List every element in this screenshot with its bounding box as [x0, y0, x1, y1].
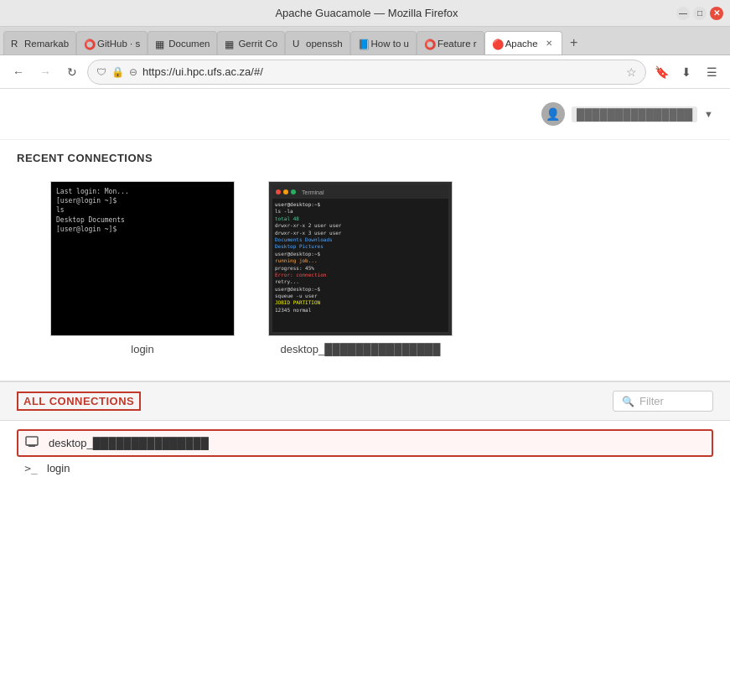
window-title: Apache Guacamole — Mozilla Firefox	[57, 7, 676, 19]
tab-favicon-feature: ⭕	[424, 39, 434, 49]
user-dropdown-icon: ▼	[704, 109, 713, 119]
desktop-icon	[25, 436, 40, 450]
list-item-login-label: login	[47, 462, 70, 474]
connection-thumbnail-desktop: Terminal user@desktop:~$ ls -la total 48…	[268, 181, 453, 336]
tab-favicon-openssh: U	[293, 39, 303, 49]
tab-favicon-documen: ▦	[155, 39, 165, 49]
tab-favicon-remarkab: R	[11, 39, 21, 49]
tab-label-remarkab: Remarkab	[24, 39, 69, 49]
user-name: ███████████████	[572, 106, 697, 122]
bookmarks-button[interactable]: 🔖	[650, 60, 673, 84]
recent-connections-grid: Last login: Mon... [user@login ~]$ ls De…	[0, 173, 730, 381]
reload-button[interactable]: ↻	[60, 60, 84, 84]
tab-label-github: GitHub · s	[97, 39, 140, 49]
recent-connection-login[interactable]: Last login: Mon... [user@login ~]$ ls De…	[50, 181, 235, 355]
connection-label-desktop: desktop_███████████████	[281, 343, 441, 355]
list-item-desktop[interactable]: desktop_███████████████	[17, 429, 713, 457]
forward-button[interactable]: →	[34, 60, 57, 84]
recent-connection-desktop[interactable]: Terminal user@desktop:~$ ls -la total 48…	[268, 181, 453, 355]
user-avatar-icon: 👤	[541, 102, 565, 126]
tab-bar: R Remarkab ⭕ GitHub · s ▦ Documen ▦ Gerr…	[0, 27, 730, 55]
tab-label-feature: Feature r	[437, 39, 477, 49]
tab-favicon-apache: 🔴	[492, 39, 502, 49]
window-controls: — □ ✕	[676, 7, 723, 20]
user-menu[interactable]: 👤 ███████████████ ▼	[541, 102, 713, 126]
url-input[interactable]	[142, 65, 621, 78]
tab-label-documen: Documen	[168, 39, 210, 49]
tab-feature[interactable]: ⭕ Feature r	[417, 31, 484, 54]
tab-label-howto: How to u	[371, 39, 409, 49]
tab-label-openssh: openssh	[306, 39, 342, 49]
guac-header: 👤 ███████████████ ▼	[0, 89, 730, 140]
svg-rect-0	[26, 437, 38, 445]
download-button[interactable]: ⬇	[675, 60, 698, 84]
tab-label-apache: Apache	[505, 39, 538, 49]
tab-close-apache[interactable]: ✕	[543, 38, 555, 49]
filter-placeholder: Filter	[639, 395, 664, 407]
connection-thumbnail-login: Last login: Mon... [user@login ~]$ ls De…	[50, 181, 235, 336]
bookmark-icon[interactable]: ☆	[626, 65, 637, 79]
address-bar[interactable]: 🛡 🔒 ⊖ ☆	[87, 60, 646, 85]
lock-icon: 🔒	[111, 66, 124, 78]
back-button[interactable]: ←	[7, 60, 30, 84]
tab-gerrit[interactable]: ▦ Gerrit Co	[217, 31, 285, 54]
tab-favicon-howto: 📘	[358, 39, 368, 49]
connection-label-login: login	[131, 343, 153, 355]
tab-documen[interactable]: ▦ Documen	[148, 31, 217, 54]
tab-howto[interactable]: 📘 How to u	[350, 31, 417, 54]
terminal-icon: >_	[23, 462, 39, 474]
search-icon: 🔍	[622, 396, 634, 407]
list-item-desktop-label: desktop_███████████████	[49, 437, 209, 449]
navigation-bar: ← → ↻ 🛡 🔒 ⊖ ☆ 🔖 ⬇ ☰	[0, 55, 730, 89]
tab-label-gerrit: Gerrit Co	[238, 39, 277, 49]
close-button[interactable]: ✕	[710, 7, 723, 20]
key-icon: ⊖	[129, 66, 137, 78]
terminal-content: Last login: Mon... [user@login ~]$ ls De…	[51, 182, 234, 239]
all-connections-bar: ALL CONNECTIONS 🔍 Filter	[0, 381, 730, 421]
list-item-login[interactable]: >_ login	[17, 457, 713, 480]
recent-connections-title: RECENT CONNECTIONS	[0, 140, 730, 173]
filter-box[interactable]: 🔍 Filter	[613, 391, 713, 412]
all-connections-title: ALL CONNECTIONS	[17, 391, 141, 411]
browser-content: 👤 ███████████████ ▼ RECENT CONNECTIONS L…	[0, 89, 730, 700]
tab-apache[interactable]: 🔴 Apache ✕	[484, 31, 562, 54]
connection-list: desktop_███████████████ >_ login	[0, 421, 730, 488]
tab-github[interactable]: ⭕ GitHub · s	[76, 31, 148, 54]
maximize-button[interactable]: □	[693, 7, 707, 20]
shield-icon: 🛡	[96, 66, 106, 78]
menu-button[interactable]: ☰	[700, 60, 723, 84]
tab-favicon-github: ⭕	[84, 39, 94, 49]
tab-remarkab[interactable]: R Remarkab	[3, 31, 76, 54]
nav-actions: 🔖 ⬇ ☰	[650, 60, 723, 84]
desktop-content: Terminal user@desktop:~$ ls -la total 48…	[269, 182, 452, 335]
tab-favicon-gerrit: ▦	[225, 39, 235, 49]
titlebar: Apache Guacamole — Mozilla Firefox — □ ✕	[0, 0, 730, 27]
new-tab-button[interactable]: +	[562, 31, 586, 54]
minimize-button[interactable]: —	[676, 7, 690, 20]
tab-openssh[interactable]: U openssh	[285, 31, 349, 54]
desktop-inner: Terminal user@desktop:~$ ls -la total 48…	[272, 185, 448, 332]
